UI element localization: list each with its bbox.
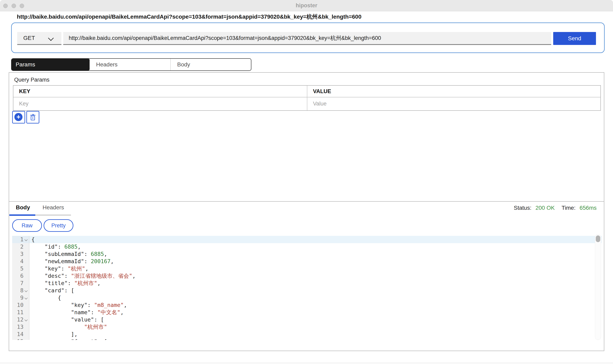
- trash-icon: [30, 114, 36, 121]
- fold-chevron-down-icon[interactable]: [25, 289, 28, 292]
- response-tab-body[interactable]: Body: [16, 204, 30, 211]
- value-column-header: VALUE: [307, 86, 600, 97]
- line-number: 14: [12, 331, 24, 338]
- hiposter-window: hiposter http://baike.baidu.com/api/open…: [0, 0, 613, 364]
- code-line-text: {: [29, 236, 602, 243]
- line-number-gutter: 15: [12, 338, 29, 340]
- inactive-tab-underline: [35, 214, 71, 216]
- code-line[interactable]: 6 "desc": "浙江省辖地级市、省会",: [12, 272, 602, 280]
- code-line-text: "subLemmaId": 6885,: [29, 250, 602, 258]
- line-number-gutter: 6: [12, 272, 29, 280]
- code-line[interactable]: 2 "id": 6885,: [12, 243, 602, 250]
- tab-body[interactable]: Body: [171, 59, 251, 70]
- time-value: 656ms: [580, 205, 597, 211]
- line-number-gutter: 2: [12, 243, 29, 250]
- delete-param-button[interactable]: [26, 111, 39, 123]
- line-number-gutter: 11: [12, 309, 29, 316]
- line-number: 4: [12, 258, 24, 265]
- code-line-text: "key": "m8_name",: [29, 301, 602, 309]
- line-number: 2: [12, 243, 24, 250]
- fold-chevron-down-icon[interactable]: [25, 296, 28, 300]
- code-line[interactable]: 4 "newLemmaId": 200167,: [12, 258, 602, 265]
- line-number: 9: [12, 294, 24, 301]
- code-line-text: "desc": "浙江省辖地级市、省会",: [29, 272, 602, 280]
- query-params-title: Query Params: [14, 77, 49, 83]
- window-bottom-edge: [0, 363, 613, 363]
- line-number-gutter: 8: [12, 287, 29, 294]
- line-number: 13: [12, 323, 24, 331]
- panel-separator: [9, 201, 604, 202]
- line-number: 3: [12, 250, 24, 258]
- send-button[interactable]: Send: [553, 32, 596, 45]
- code-line-text: "newLemmaId": 200167,: [29, 258, 602, 265]
- tab-params[interactable]: Params: [12, 59, 90, 70]
- line-number: 6: [12, 272, 24, 280]
- status-value: 200 OK: [535, 205, 555, 211]
- query-params-table: KEY VALUE: [13, 85, 601, 111]
- add-param-button[interactable]: +: [12, 111, 25, 123]
- code-line[interactable]: 3 "subLemmaId": 6885,: [12, 250, 602, 258]
- code-line[interactable]: 12 "value": [: [12, 316, 602, 323]
- table-header-row: KEY VALUE: [13, 86, 600, 97]
- response-body-editor[interactable]: 1{2 "id": 6885,3 "subLemmaId": 6885,4 "n…: [12, 234, 602, 340]
- editor-scrollbar-thumb[interactable]: [596, 235, 600, 242]
- line-number: 8: [12, 287, 24, 294]
- response-tab-headers[interactable]: Headers: [42, 204, 64, 211]
- code-line-text: "id": 6885,: [29, 243, 602, 250]
- fold-chevron-down-icon[interactable]: [25, 318, 28, 322]
- code-line[interactable]: 11 "name": "中文名",: [12, 309, 602, 316]
- status-label: Status:: [514, 205, 531, 211]
- code-line-text: "key": "杭州",: [29, 265, 602, 272]
- request-url-input[interactable]: [63, 32, 551, 45]
- code-line-text: {: [29, 294, 602, 301]
- code-line[interactable]: 1{: [12, 236, 602, 243]
- main-panel: Query Params KEY VALUE +: [9, 72, 604, 351]
- line-number-gutter: 9: [12, 294, 29, 301]
- code-line-text: "title": "杭州市",: [29, 280, 602, 287]
- line-number: 15: [12, 338, 24, 340]
- line-number-gutter: 10: [12, 301, 29, 309]
- table-row: [13, 97, 600, 110]
- code-line-text: "card": [: [29, 287, 602, 294]
- code-line[interactable]: 13 "杭州市": [12, 323, 602, 331]
- http-method-select[interactable]: GET: [17, 32, 61, 45]
- line-number-gutter: 14: [12, 331, 29, 338]
- line-number: 12: [12, 316, 24, 323]
- http-method-value: GET: [23, 32, 35, 44]
- code-line-text: "name": "中文名",: [29, 309, 602, 316]
- line-number-gutter: 5: [12, 265, 29, 272]
- active-tab-underline: [9, 214, 35, 216]
- line-number: 11: [12, 309, 24, 316]
- line-number-gutter: 1: [12, 236, 29, 243]
- code-line-text: ],: [29, 331, 602, 338]
- line-number-gutter: 12: [12, 316, 29, 323]
- code-line[interactable]: 10 "key": "m8_name",: [12, 301, 602, 309]
- fold-chevron-down-icon[interactable]: [25, 238, 28, 241]
- raw-view-button[interactable]: Raw: [12, 219, 42, 232]
- pretty-view-button[interactable]: Pretty: [43, 219, 73, 232]
- time-label: Time:: [561, 205, 575, 211]
- code-line-text: "杭州市": [29, 323, 602, 331]
- tab-headers[interactable]: Headers: [90, 59, 171, 70]
- code-line[interactable]: 7 "title": "杭州市",: [12, 280, 602, 287]
- response-status-line: Status: 200 OK Time: 656ms: [514, 205, 597, 211]
- param-value-input[interactable]: [307, 97, 577, 110]
- request-tabs: Params Headers Body: [11, 58, 251, 71]
- line-number: 10: [12, 301, 24, 309]
- code-line[interactable]: 8 "card": [: [12, 287, 602, 294]
- line-number: 7: [12, 280, 24, 287]
- line-number-gutter: 7: [12, 280, 29, 287]
- line-number-gutter: 3: [12, 250, 29, 258]
- code-line-text: "format": [: [29, 338, 602, 340]
- code-line[interactable]: 5 "key": "杭州",: [12, 265, 602, 272]
- request-url-heading: http://baike.baidu.com/api/openapi/Baike…: [17, 13, 362, 21]
- chevron-down-icon: [48, 35, 54, 41]
- code-line[interactable]: 15 "format": [: [12, 338, 602, 340]
- code-line[interactable]: 9 {: [12, 294, 602, 301]
- window-titlebar: hiposter: [0, 0, 613, 11]
- editor-scrollbar-track[interactable]: [595, 234, 601, 340]
- key-column-header: KEY: [13, 86, 307, 97]
- code-line[interactable]: 14 ],: [12, 331, 602, 338]
- line-number: 5: [12, 265, 24, 272]
- param-key-input[interactable]: [13, 97, 284, 110]
